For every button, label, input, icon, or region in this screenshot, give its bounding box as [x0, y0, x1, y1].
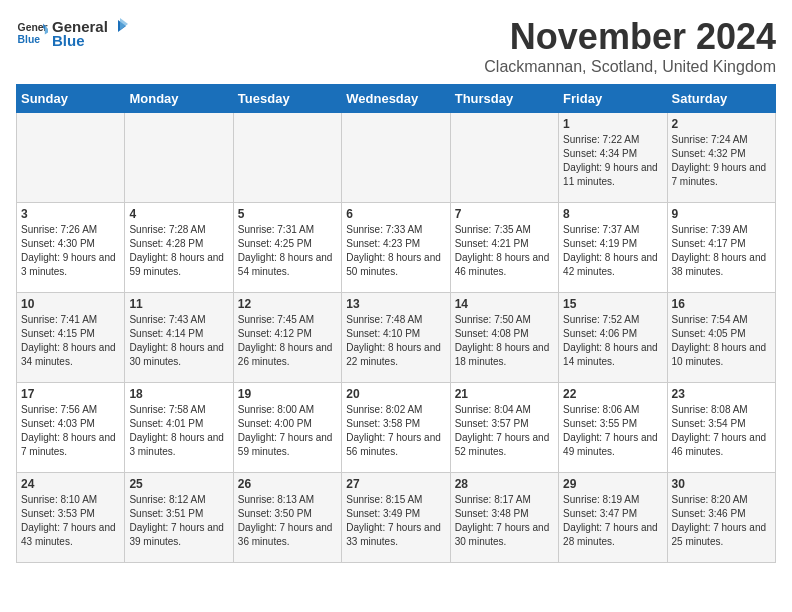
day-info: Sunrise: 7:26 AM Sunset: 4:30 PM Dayligh… [21, 223, 120, 279]
calendar-cell: 8Sunrise: 7:37 AM Sunset: 4:19 PM Daylig… [559, 203, 667, 293]
day-info: Sunrise: 7:33 AM Sunset: 4:23 PM Dayligh… [346, 223, 445, 279]
calendar-cell [17, 113, 125, 203]
day-info: Sunrise: 8:20 AM Sunset: 3:46 PM Dayligh… [672, 493, 771, 549]
calendar-cell: 18Sunrise: 7:58 AM Sunset: 4:01 PM Dayli… [125, 383, 233, 473]
day-number: 27 [346, 477, 445, 491]
calendar-cell: 26Sunrise: 8:13 AM Sunset: 3:50 PM Dayli… [233, 473, 341, 563]
calendar-cell: 1Sunrise: 7:22 AM Sunset: 4:34 PM Daylig… [559, 113, 667, 203]
calendar-body: 1Sunrise: 7:22 AM Sunset: 4:34 PM Daylig… [17, 113, 776, 563]
weekday-header-saturday: Saturday [667, 85, 775, 113]
day-number: 25 [129, 477, 228, 491]
day-info: Sunrise: 7:31 AM Sunset: 4:25 PM Dayligh… [238, 223, 337, 279]
day-number: 7 [455, 207, 554, 221]
day-info: Sunrise: 7:28 AM Sunset: 4:28 PM Dayligh… [129, 223, 228, 279]
calendar-cell: 9Sunrise: 7:39 AM Sunset: 4:17 PM Daylig… [667, 203, 775, 293]
day-number: 21 [455, 387, 554, 401]
calendar-cell [125, 113, 233, 203]
header: General Blue General Blue November 2024 … [16, 16, 776, 76]
day-number: 4 [129, 207, 228, 221]
calendar-cell: 5Sunrise: 7:31 AM Sunset: 4:25 PM Daylig… [233, 203, 341, 293]
day-number: 5 [238, 207, 337, 221]
calendar-cell: 11Sunrise: 7:43 AM Sunset: 4:14 PM Dayli… [125, 293, 233, 383]
day-number: 1 [563, 117, 662, 131]
day-info: Sunrise: 7:56 AM Sunset: 4:03 PM Dayligh… [21, 403, 120, 459]
day-number: 2 [672, 117, 771, 131]
day-info: Sunrise: 8:04 AM Sunset: 3:57 PM Dayligh… [455, 403, 554, 459]
day-number: 10 [21, 297, 120, 311]
day-number: 11 [129, 297, 228, 311]
calendar-cell: 17Sunrise: 7:56 AM Sunset: 4:03 PM Dayli… [17, 383, 125, 473]
day-info: Sunrise: 7:41 AM Sunset: 4:15 PM Dayligh… [21, 313, 120, 369]
svg-marker-5 [120, 18, 128, 30]
day-info: Sunrise: 7:37 AM Sunset: 4:19 PM Dayligh… [563, 223, 662, 279]
month-title: November 2024 [484, 16, 776, 58]
day-info: Sunrise: 8:02 AM Sunset: 3:58 PM Dayligh… [346, 403, 445, 459]
weekday-header-sunday: Sunday [17, 85, 125, 113]
calendar-cell: 21Sunrise: 8:04 AM Sunset: 3:57 PM Dayli… [450, 383, 558, 473]
day-number: 30 [672, 477, 771, 491]
calendar-header: SundayMondayTuesdayWednesdayThursdayFrid… [17, 85, 776, 113]
calendar-cell: 2Sunrise: 7:24 AM Sunset: 4:32 PM Daylig… [667, 113, 775, 203]
day-number: 19 [238, 387, 337, 401]
logo-arrow-icon [110, 16, 130, 36]
day-number: 24 [21, 477, 120, 491]
calendar-cell: 27Sunrise: 8:15 AM Sunset: 3:49 PM Dayli… [342, 473, 450, 563]
calendar-week-row: 3Sunrise: 7:26 AM Sunset: 4:30 PM Daylig… [17, 203, 776, 293]
calendar-cell [450, 113, 558, 203]
calendar-cell [342, 113, 450, 203]
calendar-cell: 13Sunrise: 7:48 AM Sunset: 4:10 PM Dayli… [342, 293, 450, 383]
day-info: Sunrise: 7:48 AM Sunset: 4:10 PM Dayligh… [346, 313, 445, 369]
calendar-week-row: 17Sunrise: 7:56 AM Sunset: 4:03 PM Dayli… [17, 383, 776, 473]
day-info: Sunrise: 8:17 AM Sunset: 3:48 PM Dayligh… [455, 493, 554, 549]
calendar-cell: 6Sunrise: 7:33 AM Sunset: 4:23 PM Daylig… [342, 203, 450, 293]
day-info: Sunrise: 8:10 AM Sunset: 3:53 PM Dayligh… [21, 493, 120, 549]
day-number: 6 [346, 207, 445, 221]
day-info: Sunrise: 7:22 AM Sunset: 4:34 PM Dayligh… [563, 133, 662, 189]
day-info: Sunrise: 7:52 AM Sunset: 4:06 PM Dayligh… [563, 313, 662, 369]
day-info: Sunrise: 7:45 AM Sunset: 4:12 PM Dayligh… [238, 313, 337, 369]
day-number: 29 [563, 477, 662, 491]
logo-icon: General Blue [16, 17, 48, 49]
calendar-week-row: 24Sunrise: 8:10 AM Sunset: 3:53 PM Dayli… [17, 473, 776, 563]
logo: General Blue General Blue [16, 16, 130, 49]
day-info: Sunrise: 7:50 AM Sunset: 4:08 PM Dayligh… [455, 313, 554, 369]
day-info: Sunrise: 8:08 AM Sunset: 3:54 PM Dayligh… [672, 403, 771, 459]
calendar-cell: 22Sunrise: 8:06 AM Sunset: 3:55 PM Dayli… [559, 383, 667, 473]
day-info: Sunrise: 7:54 AM Sunset: 4:05 PM Dayligh… [672, 313, 771, 369]
weekday-header-monday: Monday [125, 85, 233, 113]
day-info: Sunrise: 8:06 AM Sunset: 3:55 PM Dayligh… [563, 403, 662, 459]
day-number: 20 [346, 387, 445, 401]
day-number: 17 [21, 387, 120, 401]
calendar-cell: 16Sunrise: 7:54 AM Sunset: 4:05 PM Dayli… [667, 293, 775, 383]
weekday-header-tuesday: Tuesday [233, 85, 341, 113]
day-number: 3 [21, 207, 120, 221]
weekday-header-wednesday: Wednesday [342, 85, 450, 113]
svg-text:Blue: Blue [18, 33, 41, 44]
calendar-week-row: 1Sunrise: 7:22 AM Sunset: 4:34 PM Daylig… [17, 113, 776, 203]
calendar-cell: 7Sunrise: 7:35 AM Sunset: 4:21 PM Daylig… [450, 203, 558, 293]
day-info: Sunrise: 8:00 AM Sunset: 4:00 PM Dayligh… [238, 403, 337, 459]
day-info: Sunrise: 8:13 AM Sunset: 3:50 PM Dayligh… [238, 493, 337, 549]
calendar-cell: 20Sunrise: 8:02 AM Sunset: 3:58 PM Dayli… [342, 383, 450, 473]
day-info: Sunrise: 7:24 AM Sunset: 4:32 PM Dayligh… [672, 133, 771, 189]
calendar-cell: 4Sunrise: 7:28 AM Sunset: 4:28 PM Daylig… [125, 203, 233, 293]
weekday-header-row: SundayMondayTuesdayWednesdayThursdayFrid… [17, 85, 776, 113]
day-info: Sunrise: 7:35 AM Sunset: 4:21 PM Dayligh… [455, 223, 554, 279]
day-number: 8 [563, 207, 662, 221]
day-number: 26 [238, 477, 337, 491]
day-number: 22 [563, 387, 662, 401]
calendar-cell: 28Sunrise: 8:17 AM Sunset: 3:48 PM Dayli… [450, 473, 558, 563]
calendar-cell: 25Sunrise: 8:12 AM Sunset: 3:51 PM Dayli… [125, 473, 233, 563]
day-info: Sunrise: 7:43 AM Sunset: 4:14 PM Dayligh… [129, 313, 228, 369]
day-number: 12 [238, 297, 337, 311]
calendar-cell: 30Sunrise: 8:20 AM Sunset: 3:46 PM Dayli… [667, 473, 775, 563]
calendar-cell: 15Sunrise: 7:52 AM Sunset: 4:06 PM Dayli… [559, 293, 667, 383]
day-info: Sunrise: 8:15 AM Sunset: 3:49 PM Dayligh… [346, 493, 445, 549]
day-number: 18 [129, 387, 228, 401]
day-info: Sunrise: 8:19 AM Sunset: 3:47 PM Dayligh… [563, 493, 662, 549]
calendar-cell: 12Sunrise: 7:45 AM Sunset: 4:12 PM Dayli… [233, 293, 341, 383]
day-number: 16 [672, 297, 771, 311]
calendar-cell [233, 113, 341, 203]
weekday-header-thursday: Thursday [450, 85, 558, 113]
day-info: Sunrise: 7:58 AM Sunset: 4:01 PM Dayligh… [129, 403, 228, 459]
